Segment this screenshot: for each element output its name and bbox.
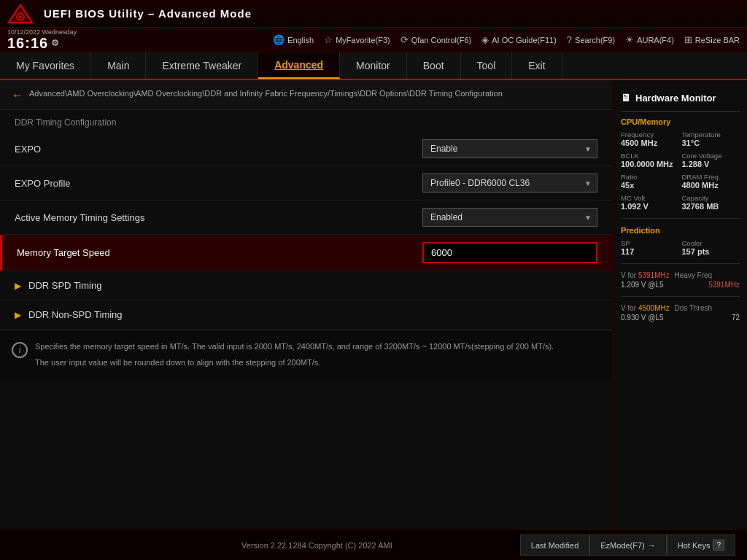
breadcrumb: ← Advanced\AMD Overclocking\AMD Overcloc… xyxy=(0,80,612,110)
nav-tool[interactable]: Tool xyxy=(461,52,513,79)
section-title: DDR Timing Configuration xyxy=(0,110,612,132)
bclk-label: BCLK xyxy=(621,152,679,160)
hot-keys-icon: ? xyxy=(713,540,724,551)
memory-target-speed-label: Memory Target Speed xyxy=(17,247,422,258)
expo-dropdown[interactable]: Enable Disable Auto xyxy=(422,139,597,158)
fan-icon: ⟳ xyxy=(400,34,409,45)
footer-buttons: Last Modified EzMode(F7) → Hot Keys ? xyxy=(520,534,735,556)
freq-5391-header: V for 5391MHz Heavy Freq xyxy=(621,271,740,279)
expand-icon-2: ▶ xyxy=(15,310,21,320)
expo-profile-row: EXPO Profile Profile0 - DDR6000 CL36 Pro… xyxy=(0,166,612,201)
resize-bar-button[interactable]: ⊞ ReSize BAR xyxy=(684,34,740,45)
ez-mode-arrow-icon: → xyxy=(648,541,656,550)
frequency-label: Frequency xyxy=(621,131,679,139)
clock-display: 16:16 ⚙ xyxy=(7,36,77,50)
bclk-value: 100.0000 MHz xyxy=(621,160,679,168)
my-favorite-button[interactable]: ☆ MyFavorite(F3) xyxy=(324,34,390,45)
footer: Version 2.22.1284 Copyright (C) 2022 AMI… xyxy=(0,529,747,560)
topbar: 10/12/2022 Wednesday 16:16 ⚙ 🌐 English ☆… xyxy=(0,28,747,52)
globe-icon: 🌐 xyxy=(273,34,285,45)
monitor-icon: 🖥 xyxy=(621,92,631,104)
mc-volt-value: 1.092 V xyxy=(621,202,679,211)
expo-value: Enable Disable Auto xyxy=(422,139,597,158)
nav-advanced[interactable]: Advanced xyxy=(258,52,340,79)
temperature-value: 31°C xyxy=(682,139,740,147)
cooler-cell: Cooler 157 pts xyxy=(682,239,740,256)
last-modified-button[interactable]: Last Modified xyxy=(520,534,589,556)
bclk-cell: BCLK 100.0000 MHz xyxy=(621,152,679,168)
info-text: Specifies the memory target speed in MT/… xyxy=(35,341,554,369)
ai-oc-button[interactable]: ◈ AI OC Guide(F11) xyxy=(481,34,557,45)
memory-target-speed-input[interactable] xyxy=(422,242,597,263)
expo-label: EXPO xyxy=(15,144,422,155)
ddr-non-spd-timing-row[interactable]: ▶ DDR Non-SPD Timing xyxy=(0,300,612,330)
search-label: Search(F9) xyxy=(575,36,615,44)
temperature-label: Temperature xyxy=(682,131,740,139)
freq-5391-mhz-label: 5391MHz xyxy=(638,271,670,279)
frequency-value: 4500 MHz xyxy=(621,139,679,147)
active-memory-timing-row: Active Memory Timing Settings Enabled Di… xyxy=(0,201,612,235)
settings-icon[interactable]: ⚙ xyxy=(51,39,60,47)
prediction-metrics: SP 117 Cooler 157 pts xyxy=(621,239,740,256)
dram-freq-cell: DRAM Freq. 4800 MHz xyxy=(682,173,740,190)
capacity-cell: Capacity 32768 MB xyxy=(682,194,740,211)
freq-4500-block: V for 4500MHz Dos Thresh 0.930 V @L5 72 xyxy=(621,304,740,322)
capacity-label: Capacity xyxy=(682,194,740,202)
active-memory-timing-label: Active Memory Timing Settings xyxy=(15,212,422,223)
svg-point-3 xyxy=(19,15,22,18)
logo-area: UEFI BIOS Utility – Advanced Mode xyxy=(7,4,252,24)
my-favorite-label: MyFavorite(F3) xyxy=(336,36,390,44)
aura-button[interactable]: ☀ AURA(F4) xyxy=(625,34,674,45)
datetime-display: 10/12/2022 Wednesday 16:16 ⚙ xyxy=(7,29,77,50)
cpu-memory-metrics: Frequency 4500 MHz Temperature 31°C BCLK… xyxy=(621,131,740,211)
expo-profile-value: Profile0 - DDR6000 CL36 Profile1 Auto xyxy=(422,174,597,192)
topbar-actions: 🌐 English ☆ MyFavorite(F3) ⟳ Qfan Contro… xyxy=(88,34,740,45)
rog-logo-icon xyxy=(7,4,34,24)
freq-4500-mhz-label: 4500MHz xyxy=(638,304,670,312)
dram-freq-label: DRAM Freq. xyxy=(682,173,740,181)
star-icon: ☆ xyxy=(324,34,333,45)
nav-exit[interactable]: Exit xyxy=(512,52,562,79)
search-button[interactable]: ? Search(F9) xyxy=(567,34,615,45)
ratio-value: 45x xyxy=(621,181,679,190)
hardware-monitor-title: 🖥 Hardware Monitor xyxy=(621,88,740,112)
hw-divider xyxy=(621,218,740,219)
hot-keys-label: Hot Keys xyxy=(678,541,711,550)
breadcrumb-path: Advanced\AMD Overclocking\AMD Overclocki… xyxy=(29,88,503,100)
cooler-value: 157 pts xyxy=(682,247,740,256)
nav-boot[interactable]: Boot xyxy=(407,52,461,79)
info-box: i Specifies the memory target speed in M… xyxy=(0,330,612,379)
hw-divider-3 xyxy=(621,296,740,297)
nav-monitor[interactable]: Monitor xyxy=(340,52,407,79)
sp-label: SP xyxy=(621,239,679,247)
ratio-cell: Ratio 45x xyxy=(621,173,679,190)
ai-oc-label: AI OC Guide(F11) xyxy=(492,36,557,44)
qfan-button[interactable]: ⟳ Qfan Control(F6) xyxy=(400,34,472,45)
frequency-cell: Frequency 4500 MHz xyxy=(621,131,679,147)
active-memory-timing-value: Enabled Disabled Auto xyxy=(422,208,597,227)
expo-row: EXPO Enable Disable Auto xyxy=(0,132,612,166)
language-selector[interactable]: 🌐 English xyxy=(273,34,314,45)
expo-profile-dropdown[interactable]: Profile0 - DDR6000 CL36 Profile1 Auto xyxy=(422,174,597,192)
freq-4500-header: V for 4500MHz Dos Thresh xyxy=(621,304,740,312)
back-button[interactable]: ← xyxy=(12,89,23,102)
freq-5391-block: V for 5391MHz Heavy Freq 1.209 V @L5 539… xyxy=(621,271,740,289)
nav-my-favorites[interactable]: My Favorites xyxy=(0,52,91,79)
resize-label: ReSize BAR xyxy=(695,36,740,44)
active-memory-timing-dropdown[interactable]: Enabled Disabled Auto xyxy=(422,208,597,227)
cpu-memory-section-title: CPU/Memory xyxy=(621,117,740,126)
ddr-non-spd-timing-label: DDR Non-SPD Timing xyxy=(28,309,123,320)
mc-volt-label: MC Volt. xyxy=(621,194,679,202)
version-text: Version 2.22.1284 Copyright (C) 2022 AMI xyxy=(114,541,520,550)
ez-mode-button[interactable]: EzMode(F7) → xyxy=(589,534,667,556)
hot-keys-button[interactable]: Hot Keys ? xyxy=(667,534,735,556)
nav-extreme-tweaker[interactable]: Extreme Tweaker xyxy=(146,52,258,79)
ai-icon: ◈ xyxy=(481,34,489,45)
nav-main[interactable]: Main xyxy=(91,52,146,79)
search-icon: ? xyxy=(567,34,572,45)
main-nav: My Favorites Main Extreme Tweaker Advanc… xyxy=(0,52,747,80)
ddr-spd-timing-row[interactable]: ▶ DDR SPD Timing xyxy=(0,271,612,300)
hardware-monitor-panel: 🖥 Hardware Monitor CPU/Memory Frequency … xyxy=(613,80,747,529)
cooler-label: Cooler xyxy=(682,239,740,247)
app-title: UEFI BIOS Utility – Advanced Mode xyxy=(44,7,252,20)
